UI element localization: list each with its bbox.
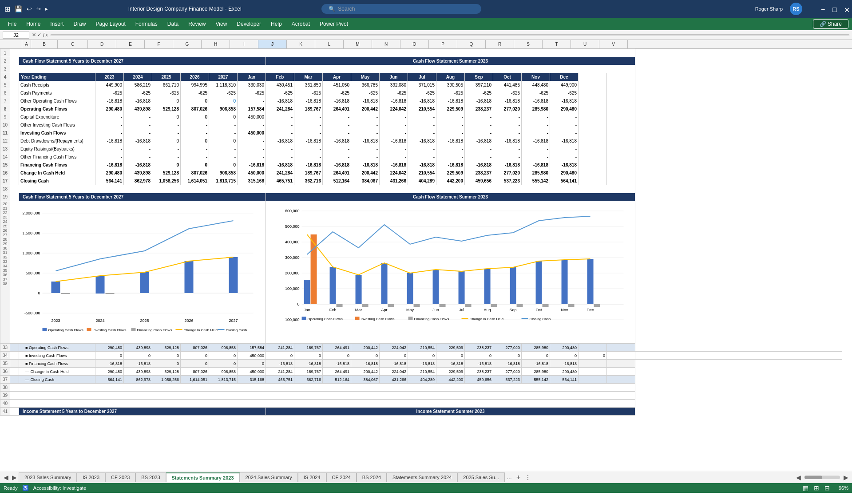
search-icon: 🔍 <box>329 6 335 12</box>
col-C[interactable]: C <box>58 40 88 48</box>
svg-rect-16 <box>229 257 238 293</box>
svg-text:2025: 2025 <box>140 318 149 323</box>
svg-rect-88 <box>355 317 360 320</box>
svg-text:Apr: Apr <box>381 308 388 312</box>
user-avatar: RS <box>790 3 802 15</box>
income-header-right: Income Statement Summer 2023 <box>266 408 635 416</box>
svg-rect-51 <box>330 267 336 304</box>
tab-2023-sales-summary[interactable]: 2023 Sales Summary <box>19 472 77 482</box>
col-T[interactable]: T <box>543 40 571 48</box>
svg-rect-24 <box>43 328 47 331</box>
col-2023: 2023 <box>95 73 124 81</box>
pin-icon[interactable]: ▸ <box>45 6 48 12</box>
tab-scroll-left[interactable]: ◀ <box>2 474 10 481</box>
close-button[interactable]: ✕ <box>840 6 848 12</box>
menu-developer[interactable]: Developer <box>232 20 266 28</box>
svg-rect-54 <box>407 273 413 304</box>
menu-home[interactable]: Home <box>22 20 45 28</box>
tab-add[interactable]: + <box>514 473 523 481</box>
scroll-left-btn[interactable]: ◀ <box>794 474 803 481</box>
row-1: 1 <box>0 49 842 57</box>
col-P[interactable]: P <box>429 40 457 48</box>
col-O[interactable]: O <box>400 40 429 48</box>
col-M[interactable]: M <box>344 40 372 48</box>
col-U[interactable]: U <box>571 40 599 48</box>
menu-page-layout[interactable]: Page Layout <box>91 20 130 28</box>
tab-is-2024[interactable]: IS 2024 <box>298 472 326 482</box>
menu-formulas[interactable]: Formulas <box>131 20 162 28</box>
col-E[interactable]: E <box>116 40 145 48</box>
col-sep: Sep <box>465 73 493 81</box>
row-41: 41 Income Statement 5 Years to December … <box>0 408 842 416</box>
view-layout-icon[interactable]: ⊞ <box>814 484 819 492</box>
tab-statements-summary-2023[interactable]: Statements Summary 2023 <box>166 472 240 482</box>
save-icon[interactable]: 💾 <box>15 5 22 12</box>
col-R[interactable]: R <box>486 40 514 48</box>
svg-rect-61 <box>587 259 594 304</box>
col-B[interactable]: B <box>31 40 58 48</box>
col-G[interactable]: G <box>173 40 202 48</box>
tab-statements-summary-2024[interactable]: Statements Summary 2024 <box>387 472 457 482</box>
col-S[interactable]: S <box>514 40 543 48</box>
svg-rect-73 <box>594 304 600 307</box>
view-normal-icon[interactable]: ▦ <box>803 484 808 492</box>
svg-rect-50 <box>304 280 310 304</box>
svg-text:Investing Cash Flows: Investing Cash Flows <box>93 328 127 332</box>
name-box[interactable]: J2 <box>3 32 29 39</box>
formula-expand: ✕ ✓ ƒx <box>32 32 48 38</box>
col-H[interactable]: H <box>202 40 230 48</box>
scroll-right-btn[interactable]: ▶ <box>842 474 850 481</box>
menu-view[interactable]: View <box>211 20 232 28</box>
col-I[interactable]: I <box>230 40 258 48</box>
col-V[interactable]: V <box>599 40 628 48</box>
cell-4-a <box>10 73 19 81</box>
menu-acrobat[interactable]: Acrobat <box>287 20 314 28</box>
menu-draw[interactable]: Draw <box>69 20 90 28</box>
menu-insert[interactable]: Insert <box>46 20 68 28</box>
col-jul: Jul <box>408 73 436 81</box>
col-A[interactable]: A <box>22 40 31 48</box>
tab-2024-sales-summary[interactable]: 2024 Sales Summary <box>240 472 298 482</box>
income-header-left: Income Statement 5 Years to December 202… <box>19 408 266 416</box>
menu-help[interactable]: Help <box>266 20 286 28</box>
svg-text:1,000,000: 1,000,000 <box>22 251 40 255</box>
tab-bs-2024[interactable]: BS 2024 <box>357 472 387 482</box>
menu-file[interactable]: File <box>4 20 21 28</box>
column-headers: A B C D E F G H I J K L M N O P Q R S T … <box>0 40 852 49</box>
svg-text:Sep: Sep <box>510 308 517 312</box>
scrollbar-track[interactable] <box>804 476 840 479</box>
tab-bs-2023[interactable]: BS 2023 <box>135 472 166 482</box>
search-box[interactable]: 🔍 Search <box>321 4 481 14</box>
view-break-icon[interactable]: ⊟ <box>824 484 830 492</box>
col-L[interactable]: L <box>315 40 344 48</box>
row-14: 14 Other Financing Cash Flows - - - - - … <box>0 153 842 161</box>
row-6: 6 Cash Payments -625 -625 -625 -625 -625… <box>0 89 842 97</box>
col-Q[interactable]: Q <box>457 40 486 48</box>
tab-is-2023[interactable]: IS 2023 <box>77 472 105 482</box>
col-K[interactable]: K <box>287 40 315 48</box>
menu-review[interactable]: Review <box>184 20 210 28</box>
undo-icon[interactable]: ↩ <box>27 5 32 12</box>
tab-cf-2023[interactable]: CF 2023 <box>105 472 135 482</box>
tab-scroll-right[interactable]: ▶ <box>10 474 19 481</box>
row-15: 15 Financing Cash Flows -16,818 -16,818 … <box>0 161 842 169</box>
label-cash-receipts: Cash Receipts <box>19 81 95 89</box>
svg-rect-70 <box>517 304 523 307</box>
sheet-content: 1 2 Cash Flow Statement 5 Years to Decem… <box>0 49 852 471</box>
tab-2025-sales-summary[interactable]: 2025 Sales Su... <box>457 472 505 482</box>
redo-icon[interactable]: ↪ <box>36 6 41 12</box>
col-F[interactable]: F <box>145 40 173 48</box>
tab-cf-2024[interactable]: CF 2024 <box>326 472 357 482</box>
menu-power-pivot[interactable]: Power Pivot <box>315 20 353 28</box>
tab-options[interactable]: ⋮ <box>523 474 533 481</box>
col-J[interactable]: J <box>258 40 287 48</box>
svg-rect-65 <box>388 304 394 307</box>
cell-1-empty <box>10 49 635 57</box>
col-D[interactable]: D <box>88 40 116 48</box>
menu-data[interactable]: Data <box>163 20 183 28</box>
maximize-button[interactable]: □ <box>829 6 836 12</box>
share-button[interactable]: 🔗 Share <box>813 19 848 29</box>
minimize-button[interactable]: − <box>817 6 824 12</box>
val-receipts-2023: 449,900 <box>95 81 124 89</box>
col-N[interactable]: N <box>372 40 400 48</box>
